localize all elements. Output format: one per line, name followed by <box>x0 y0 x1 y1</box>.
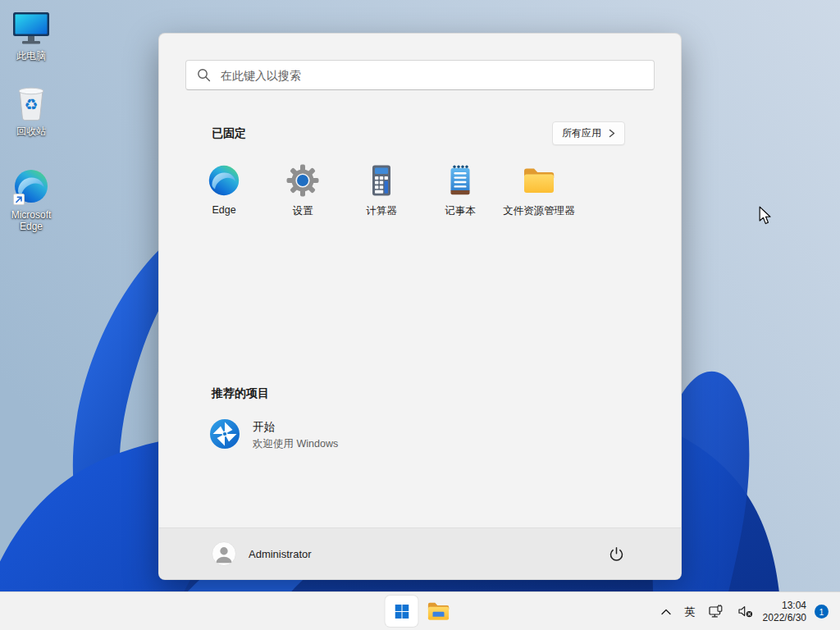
desktop-icon-label: Microsoft Edge <box>0 209 62 233</box>
windows-logo-icon <box>395 605 409 619</box>
network-icon <box>709 605 725 619</box>
clock-date: 2022/6/30 <box>763 612 806 624</box>
taskbar-file-explorer-button[interactable] <box>422 596 455 627</box>
start-menu: 已固定 所有应用 <box>158 33 682 580</box>
desktop-icon-label: 回收站 <box>16 126 46 137</box>
taskbar-clock[interactable]: 13:04 2022/6/30 <box>763 600 806 624</box>
chevron-right-icon <box>609 129 615 138</box>
system-tray: 英 13:04 2022/6/30 1 <box>654 592 832 630</box>
pinned-app-calculator[interactable]: 计算器 <box>342 163 421 218</box>
desktop-icon-recycle-bin[interactable]: ♻ 回收站 <box>0 84 62 137</box>
search-icon <box>197 68 211 85</box>
edge-icon <box>208 163 240 198</box>
all-apps-button[interactable]: 所有应用 <box>552 121 625 145</box>
user-avatar[interactable] <box>212 541 236 566</box>
notepad-icon <box>444 163 477 198</box>
taskbar: 英 13:04 2022/6/30 1 <box>0 591 840 630</box>
power-icon <box>609 546 624 562</box>
pinned-app-notepad[interactable]: 记事本 <box>421 163 500 218</box>
volume-muted-icon <box>738 605 753 618</box>
volume-button[interactable] <box>732 592 760 630</box>
start-button[interactable] <box>386 596 418 627</box>
pinned-app-settings[interactable]: 设置 <box>263 163 342 218</box>
input-language-indicator[interactable]: 英 <box>678 592 702 630</box>
pinned-app-file-explorer[interactable]: 文件资源管理器 <box>500 163 578 218</box>
recommended-item-title: 开始 <box>253 420 338 435</box>
power-button[interactable] <box>602 540 630 568</box>
get-started-icon <box>209 418 240 453</box>
desktop-icon-this-pc[interactable]: 此电脑 <box>0 8 62 62</box>
this-pc-icon <box>12 8 50 46</box>
recommended-section-title: 推荐的项目 <box>212 386 681 401</box>
pinned-app-label: Edge <box>212 204 235 216</box>
pinned-app-label: 设置 <box>293 204 313 218</box>
pinned-app-edge[interactable]: Edge <box>185 163 263 218</box>
folder-icon <box>427 601 450 621</box>
calculator-icon <box>365 163 398 198</box>
chevron-up-icon <box>660 607 672 617</box>
pinned-app-label: 计算器 <box>366 204 397 218</box>
desktop-icon-microsoft-edge[interactable]: Microsoft Edge <box>0 167 62 233</box>
shortcut-arrow-icon <box>13 194 25 205</box>
pinned-section-title: 已固定 <box>212 126 246 141</box>
folder-icon <box>523 163 555 198</box>
start-menu-footer: Administrator <box>159 527 681 579</box>
pinned-app-label: 记事本 <box>445 204 476 218</box>
notification-badge[interactable]: 1 <box>815 605 829 619</box>
search-input[interactable] <box>185 60 655 90</box>
search-box <box>185 60 655 90</box>
recommended-item-subtitle: 欢迎使用 Windows <box>253 437 338 451</box>
svg-text:♻: ♻ <box>24 95 38 113</box>
network-button[interactable] <box>702 592 732 630</box>
pinned-apps-grid: Edge <box>185 163 681 218</box>
desktop-icon-label: 此电脑 <box>16 50 46 62</box>
show-hidden-icons-button[interactable] <box>654 592 678 630</box>
pinned-app-label: 文件资源管理器 <box>503 204 575 218</box>
recycle-bin-icon: ♻ <box>14 84 48 121</box>
gear-icon <box>286 163 319 198</box>
all-apps-label: 所有应用 <box>562 126 601 140</box>
edge-icon <box>13 167 49 205</box>
user-name[interactable]: Administrator <box>249 548 312 560</box>
recommended-item-get-started[interactable]: 开始 欢迎使用 Windows <box>209 418 681 453</box>
clock-time: 13:04 <box>763 600 806 612</box>
